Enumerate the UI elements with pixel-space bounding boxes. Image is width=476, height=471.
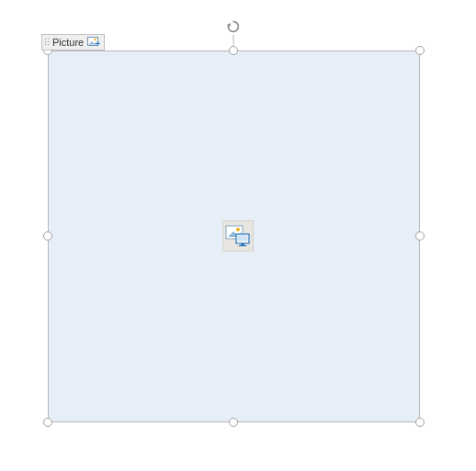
svg-point-9 bbox=[95, 39, 96, 40]
svg-rect-4 bbox=[237, 235, 248, 241]
picture-content-control-icon bbox=[87, 37, 100, 48]
resize-handle-top-middle[interactable] bbox=[229, 46, 238, 55]
svg-rect-5 bbox=[241, 243, 244, 245]
content-control-tag-label: Picture bbox=[52, 35, 84, 50]
svg-rect-6 bbox=[239, 245, 246, 246]
rotation-handle[interactable] bbox=[226, 19, 241, 36]
content-control-tag[interactable]: Picture bbox=[41, 34, 105, 50]
insert-picture-button[interactable] bbox=[222, 220, 254, 252]
resize-handle-bottom-left[interactable] bbox=[43, 418, 52, 427]
resize-handle-middle-left[interactable] bbox=[43, 231, 52, 241]
image-placeholder-icon bbox=[225, 225, 251, 247]
svg-point-1 bbox=[236, 228, 240, 231]
resize-handle-bottom-middle[interactable] bbox=[229, 418, 238, 427]
resize-handle-middle-right[interactable] bbox=[415, 231, 425, 241]
resize-handle-bottom-right[interactable] bbox=[415, 418, 425, 427]
resize-handle-top-right[interactable] bbox=[415, 46, 425, 55]
grip-icon bbox=[44, 38, 50, 47]
rotate-icon bbox=[226, 19, 241, 34]
